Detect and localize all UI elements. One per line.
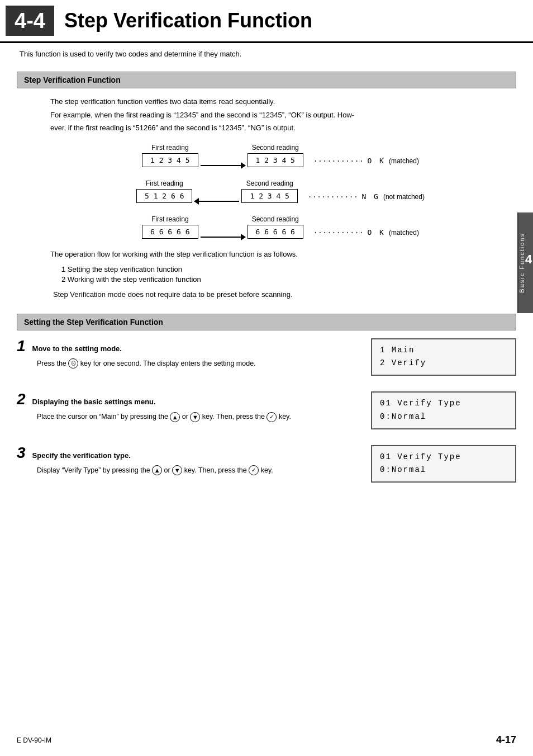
step-3-lcd: 01 Verify Type 0:Normal: [371, 445, 516, 483]
step-3-right: 01 Verify Type 0:Normal: [371, 445, 516, 485]
second-reading-group-2: Second reading 1 2 3 4 5: [241, 179, 297, 203]
step-3-left: 3 Specify the verification type. Display…: [17, 445, 371, 476]
dots-2: ···········: [308, 193, 358, 201]
page-title: Step Verification Function: [64, 9, 312, 32]
step-2-desc: Place the cursor on “Main” by pressing t…: [37, 412, 360, 422]
result-desc-2: (not matched): [383, 193, 425, 201]
second-reading-group-1: Second reading 1 2 3 4 5: [248, 144, 303, 167]
result-1: O K: [367, 157, 385, 165]
first-value-2: 5 1 2 6 6: [136, 189, 192, 203]
step-2-left: 2 Displaying the basic settings menu. Pl…: [17, 391, 371, 422]
step-2-number: 2: [17, 391, 26, 407]
result-3: O K: [367, 228, 385, 237]
diagram-area: First reading 1 2 3 4 5 Second reading 1…: [50, 144, 511, 239]
section2-header: Setting the Step Verification Function: [17, 314, 516, 330]
lcd-1-line2: 2 Verify: [380, 357, 507, 370]
second-value-2: 1 2 3 4 5: [241, 189, 297, 203]
dots-3: ···········: [313, 229, 364, 237]
diagram-row-2: First reading 5 1 2 6 6 Second reading 1…: [136, 179, 425, 203]
step-1-lcd: 1 Main 2 Verify: [371, 338, 516, 376]
step-1-title: Move to the setting mode.: [32, 344, 122, 353]
result-2: N G: [361, 192, 379, 201]
lcd-3-line2: 0:Normal: [380, 464, 507, 477]
step-3-desc: Display “Verify Type” by pressing the ▲ …: [37, 465, 360, 476]
ok-icon-3: ✓: [249, 465, 259, 475]
first-value-1: 1 2 3 4 5: [142, 153, 198, 167]
step-2-lcd: 01 Verify Type 0:Normal: [371, 391, 516, 429]
second-label-1: Second reading: [252, 144, 299, 152]
second-value-1: 1 2 3 4 5: [248, 153, 303, 167]
up-icon-3: ▲: [152, 465, 162, 475]
section1-body: The step verification function verifies …: [17, 96, 516, 300]
first-value-3: 6 6 6 6 6: [142, 225, 198, 239]
first-label-1: First reading: [151, 144, 189, 152]
tab-number: 4: [525, 252, 533, 267]
arrow-3: [201, 237, 245, 238]
second-value-3: 6 6 6 6 6: [248, 225, 303, 239]
lcd-3-line1: 01 Verify Type: [380, 451, 507, 464]
step-1: 1 Move to the setting mode. Press the Ⓚ …: [17, 338, 516, 379]
operation-steps-list: 1 Setting the step verification function…: [61, 265, 511, 284]
step-1-desc: Press the Ⓚ key for one second. The disp…: [37, 358, 360, 369]
section1-block: Step Verification Function The step veri…: [17, 72, 516, 300]
up-icon-2: ▲: [170, 412, 180, 422]
result-desc-1: (matched): [389, 157, 419, 165]
first-reading-group-1: First reading 1 2 3 4 5: [142, 144, 198, 167]
first-reading-group-2: First reading 5 1 2 6 6: [136, 179, 192, 203]
tab-label: Basic Functions: [518, 233, 525, 293]
right-tab: 4 Basic Functions: [517, 212, 533, 313]
diagram-row-1: First reading 1 2 3 4 5 Second reading 1…: [142, 144, 419, 167]
footer-right: 4-17: [496, 734, 516, 746]
section1-header: Step Verification Function: [17, 72, 516, 88]
step-3: 3 Specify the verification type. Display…: [17, 445, 516, 485]
first-reading-group-3: First reading 6 6 6 6 6: [142, 215, 198, 239]
arrow-1: [201, 165, 245, 166]
down-icon-3: ▼: [172, 465, 182, 475]
op-step-1: 1 Setting the step verification function: [61, 265, 511, 273]
section1-line2: For example, when the first reading is “…: [50, 110, 511, 121]
section-number: 4-4: [6, 6, 54, 36]
menu-icon: Ⓚ: [68, 358, 78, 368]
dots-1: ···········: [313, 157, 364, 165]
down-icon-2: ▼: [190, 412, 200, 422]
page-header: 4-4 Step Verification Function: [0, 0, 533, 43]
note-text: Step Verification mode does not require …: [53, 289, 511, 300]
step-3-title: Specify the verification type.: [32, 451, 131, 460]
arrow-2: [194, 201, 239, 202]
step-1-left: 1 Move to the setting mode. Press the Ⓚ …: [17, 338, 371, 369]
ok-icon-2: ✓: [266, 412, 277, 422]
step-2-title: Displaying the basic settings menu.: [32, 398, 156, 406]
second-reading-group-3: Second reading 6 6 6 6 6: [248, 215, 303, 239]
step-1-right: 1 Main 2 Verify: [371, 338, 516, 379]
footer-left: E DV-90-IM: [17, 736, 51, 744]
numbered-steps: 1 Move to the setting mode. Press the Ⓚ …: [17, 338, 516, 485]
first-label-3: First reading: [151, 215, 189, 223]
step-2: 2 Displaying the basic settings menu. Pl…: [17, 391, 516, 432]
page-footer: E DV-90-IM 4-17: [17, 734, 516, 746]
intro-text: This function is used to verify two code…: [17, 50, 516, 58]
lcd-1-line1: 1 Main: [380, 344, 507, 357]
second-label-3: Second reading: [252, 215, 299, 223]
lcd-2-line2: 0:Normal: [380, 410, 507, 424]
step-1-number: 1: [17, 338, 26, 354]
step-3-number: 3: [17, 445, 26, 461]
flow-text: The operation flow for working with the …: [50, 249, 511, 260]
step-2-right: 01 Verify Type 0:Normal: [371, 391, 516, 432]
diagram-row-3: First reading 6 6 6 6 6 Second reading 6…: [142, 215, 419, 239]
second-label-2: Second reading: [246, 179, 293, 187]
section1-line1: The step verification function verifies …: [50, 96, 511, 107]
lcd-2-line1: 01 Verify Type: [380, 397, 507, 410]
op-step-2: 2 Working with the step verification fun…: [61, 275, 511, 284]
section1-line2b: ever, if the first reading is “51266” an…: [50, 122, 511, 134]
section2-block: Setting the Step Verification Function 1…: [17, 314, 516, 485]
result-desc-3: (matched): [389, 229, 419, 237]
first-label-2: First reading: [146, 179, 183, 187]
